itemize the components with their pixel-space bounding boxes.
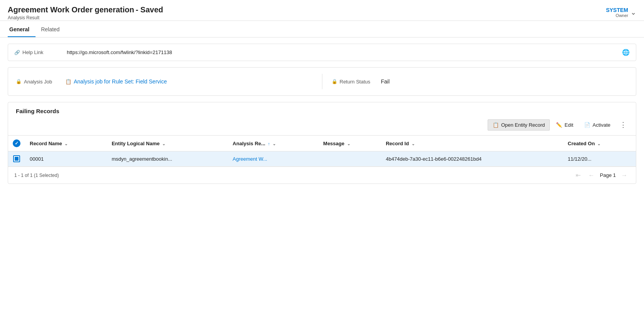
edit-icon: ✏️ — [556, 122, 562, 128]
field-divider — [322, 74, 322, 89]
doc-icon: 📋 — [65, 79, 71, 85]
page-header: Agreement Work Order generation - Saved … — [0, 0, 644, 21]
analysis-sort-icon: ⌄ — [273, 142, 276, 146]
col-header-record-name[interactable]: Record Name ⌄ — [25, 136, 107, 151]
analysis-row: 🔒 Analysis Job 📋 Analysis job for Rule S… — [8, 68, 636, 95]
chevron-down-icon[interactable]: ⌄ — [630, 8, 636, 17]
activate-icon: 📄 — [584, 122, 590, 128]
select-all-checkbox[interactable]: ✓ — [13, 139, 20, 147]
col-header-message[interactable]: Message ⌄ — [319, 136, 381, 151]
analysis-re-link[interactable]: Agreement W... — [233, 156, 268, 162]
col-header-record-id[interactable]: Record Id ⌄ — [381, 136, 563, 151]
failing-records-toolbar: 📋 Open Entity Record ✏️ Edit 📄 Activate … — [8, 114, 636, 136]
help-link-section: 🔗 Help Link https://go.microsoft.com/fwl… — [8, 44, 636, 61]
row-checkbox[interactable] — [13, 155, 20, 162]
main-content: 🔗 Help Link https://go.microsoft.com/fwl… — [0, 44, 644, 192]
cell-entity-logical-name: msdyn_agreementbookin... — [107, 151, 228, 166]
col-header-entity-logical-name[interactable]: Entity Logical Name ⌄ — [107, 136, 228, 151]
next-page-button[interactable]: → — [619, 171, 630, 180]
record-id-sort-icon: ⌄ — [412, 142, 415, 146]
page-title: Agreement Work Order generation - Saved — [8, 5, 163, 14]
cell-analysis-re[interactable]: Agreement W... — [228, 151, 319, 166]
open-entity-icon: 📋 — [493, 122, 499, 128]
select-all-header[interactable]: ✓ — [8, 136, 25, 151]
globe-icon: 🌐 — [622, 49, 630, 56]
tab-related[interactable]: Related — [39, 22, 66, 37]
entity-name-sort-icon: ⌄ — [162, 142, 165, 146]
tab-bar: General Related — [0, 22, 644, 37]
saved-badge: - Saved — [136, 5, 163, 14]
analysis-section: 🔒 Analysis Job 📋 Analysis job for Rule S… — [8, 67, 636, 96]
help-link-label-text: Help Link — [22, 49, 43, 55]
table-row[interactable]: 00001 msdyn_agreementbookin... Agreement… — [8, 151, 636, 166]
help-link-label: 🔗 Help Link — [14, 49, 61, 55]
analysis-job-label: 🔒 Analysis Job — [16, 79, 62, 85]
created-on-sort-icon: ⌄ — [597, 142, 600, 146]
header-right: SYSTEM Owner ⌄ — [606, 5, 636, 18]
activate-button[interactable]: 📄 Activate — [580, 120, 615, 130]
owner-info: SYSTEM Owner — [606, 7, 628, 18]
tab-general[interactable]: General — [8, 22, 36, 37]
page-title-text: Agreement Work Order generation — [8, 5, 134, 14]
row-count-label: 1 - 1 of 1 (1 Selected) — [14, 173, 59, 178]
analysis-job-field: 🔒 Analysis Job 📋 Analysis job for Rule S… — [16, 78, 313, 85]
page-subtitle: Analysis Result — [8, 15, 163, 20]
first-page-button[interactable]: ⇤ — [573, 171, 583, 180]
message-sort-icon: ⌄ — [347, 142, 350, 146]
cell-message — [319, 151, 381, 166]
col-header-analysis-re[interactable]: Analysis Re... ↑ ⌄ — [228, 136, 319, 151]
pagination: ⇤ ← Page 1 → — [573, 171, 630, 180]
return-status-label: 🔒 Return Status — [332, 79, 378, 85]
help-link-value: https://go.microsoft.com/fwlink/?linkid=… — [67, 49, 616, 55]
return-status-field: 🔒 Return Status Fail — [332, 78, 629, 85]
page-label: Page 1 — [600, 172, 616, 178]
failing-records-table-wrapper: ✓ Record Name ⌄ Entity Logical Name ⌄ An… — [8, 136, 636, 166]
col-header-created-on[interactable]: Created On ⌄ — [563, 136, 636, 151]
link-icon: 🔗 — [14, 50, 20, 55]
help-link-row: 🔗 Help Link https://go.microsoft.com/fwl… — [8, 44, 636, 61]
cell-created-on: 11/12/20... — [563, 151, 636, 166]
return-status-value: Fail — [381, 78, 390, 85]
more-options-button[interactable]: ⋮ — [617, 118, 630, 131]
analysis-sort-asc-icon: ↑ — [268, 141, 270, 146]
edit-button[interactable]: ✏️ Edit — [551, 120, 578, 130]
cell-record-name: 00001 — [25, 151, 107, 166]
failing-records-title: Failing Records — [8, 102, 636, 114]
open-entity-record-button[interactable]: 📋 Open Entity Record — [488, 119, 550, 131]
table-header-row: ✓ Record Name ⌄ Entity Logical Name ⌄ An… — [8, 136, 636, 151]
record-name-sort-icon: ⌄ — [64, 142, 68, 146]
owner-name[interactable]: SYSTEM — [606, 7, 628, 13]
analysis-job-link[interactable]: 📋 Analysis job for Rule Set: Field Servi… — [65, 78, 167, 85]
failing-records-card: Failing Records 📋 Open Entity Record ✏️ … — [8, 102, 636, 184]
owner-label: Owner — [606, 13, 628, 18]
prev-page-button[interactable]: ← — [586, 171, 597, 180]
header-left: Agreement Work Order generation - Saved … — [8, 5, 163, 20]
lock-icon: 🔒 — [16, 79, 22, 84]
cell-record-id: 4b474deb-7a30-ec11-b6e6-002248261bd4 — [381, 151, 563, 166]
row-checkbox-cell[interactable] — [8, 151, 25, 166]
table-footer: 1 - 1 of 1 (1 Selected) ⇤ ← Page 1 → — [8, 166, 636, 183]
failing-records-table: ✓ Record Name ⌄ Entity Logical Name ⌄ An… — [8, 136, 636, 166]
lock-icon-2: 🔒 — [332, 79, 337, 84]
